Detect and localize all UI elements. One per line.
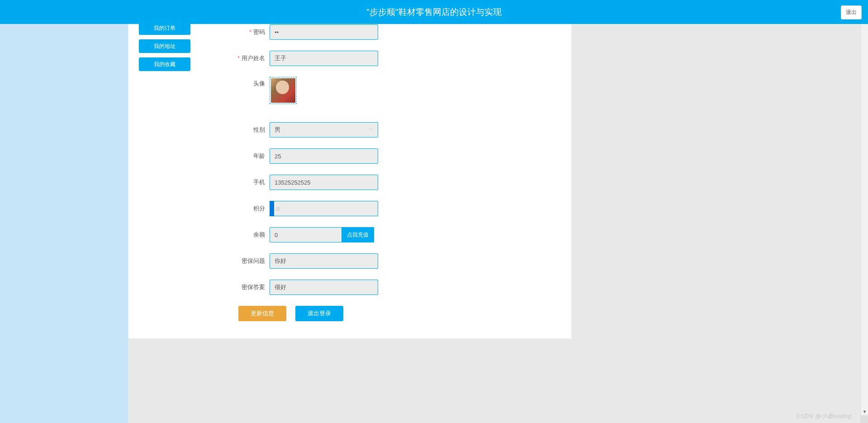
sidebar-item-label: 我的收藏 — [154, 61, 175, 68]
label-phone: 手机 — [205, 178, 270, 186]
top-header: "步步顺"鞋材零售网店的设计与实现 退出 — [0, 0, 868, 24]
label-sec-question: 密保问题 — [205, 257, 270, 265]
vertical-scrollbar[interactable]: ▲ ▼ — [860, 0, 868, 423]
balance-input[interactable] — [270, 227, 342, 242]
recharge-button[interactable]: 点我充值 — [342, 227, 374, 242]
label-gender: 性别 — [205, 126, 270, 134]
main-canvas: 我的订单 我的地址 我的收藏 密码 用户姓名 — [0, 24, 860, 423]
page-title: "步步顺"鞋材零售网店的设计与实现 — [366, 6, 502, 18]
gender-select[interactable]: 男 ﹀ — [270, 122, 378, 138]
sidebar-item-favorites[interactable]: 我的收藏 — [139, 57, 190, 71]
label-balance: 余额 — [205, 231, 270, 239]
security-answer-input[interactable] — [270, 280, 378, 295]
label-username: 用户姓名 — [205, 54, 270, 62]
avatar-image — [271, 78, 295, 103]
label-points: 积分 — [205, 204, 270, 213]
logout-button[interactable]: 退出登录 — [295, 306, 343, 321]
label-avatar: 头像 — [205, 77, 270, 88]
phone-input[interactable] — [270, 175, 378, 190]
avatar-upload[interactable] — [270, 77, 297, 104]
security-question-input[interactable] — [270, 253, 378, 269]
user-form: 密码 用户姓名 头像 — [205, 24, 486, 321]
form-card: 我的订单 我的地址 我的收藏 密码 用户姓名 — [128, 24, 572, 339]
label-sec-answer: 密保答案 — [205, 283, 270, 291]
update-info-button[interactable]: 更新信息 — [238, 306, 286, 321]
sidebar-item-label: 我的订单 — [154, 24, 175, 32]
points-selection-highlight — [270, 201, 274, 216]
header-logout-button[interactable]: 退出 — [841, 5, 862, 19]
gender-value: 男 — [275, 126, 280, 134]
left-background-panel — [0, 24, 128, 423]
scroll-down-arrow[interactable]: ▼ — [861, 408, 868, 415]
sidebar-item-address[interactable]: 我的地址 — [139, 39, 190, 53]
points-input — [270, 201, 378, 216]
watermark: CSDN @小蔡coding — [796, 412, 851, 420]
age-input[interactable] — [270, 148, 378, 164]
label-age: 年龄 — [205, 152, 270, 160]
sidebar-item-label: 我的地址 — [154, 43, 175, 50]
scrollbar-corner — [860, 415, 868, 423]
label-password: 密码 — [205, 28, 270, 36]
username-input[interactable] — [270, 51, 378, 66]
password-input[interactable] — [270, 24, 378, 40]
chevron-down-icon: ﹀ — [369, 127, 373, 133]
